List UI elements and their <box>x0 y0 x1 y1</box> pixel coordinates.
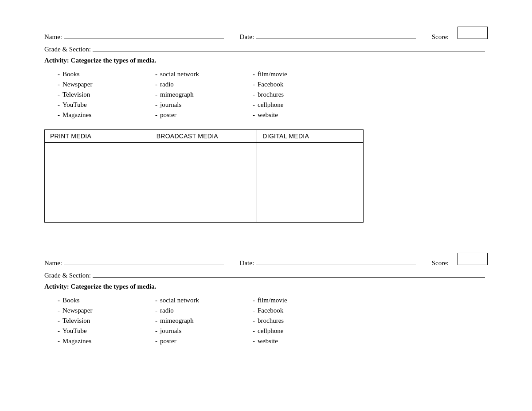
list-item: - Television <box>58 91 155 98</box>
page: Name: Date: Score: Grade & Section: Acti… <box>0 0 532 411</box>
category-table-1: PRINT MEDIA BROADCAST MEDIA DIGITAL MEDI… <box>44 129 364 223</box>
name-label-1: Name: <box>44 33 62 41</box>
date-field-2[interactable] <box>256 257 416 265</box>
list-item: - radio <box>155 81 253 88</box>
worksheet-section-1: Name: Date: Score: Grade & Section: Acti… <box>44 27 488 223</box>
list-item: - Newspaper <box>58 81 155 88</box>
header-row-2: Name: Date: Score: <box>44 253 488 267</box>
list-item: - website <box>253 111 350 119</box>
col-header-digital: DIGITAL MEDIA <box>257 130 364 143</box>
name-field-2[interactable] <box>64 257 224 265</box>
list-item: - Books <box>58 297 155 304</box>
col3-2: - film/movie - Facebook - brochures - ce… <box>253 297 350 348</box>
name-field-1[interactable] <box>64 31 224 39</box>
list-item: - mimeograph <box>155 91 253 98</box>
list-item: - website <box>253 337 350 345</box>
list-item: - Magazines <box>58 337 155 345</box>
grade-label-1: Grade & Section: <box>44 46 91 53</box>
date-label-1: Date: <box>240 33 254 41</box>
items-grid-1: - Books - Newspaper - Television - YouTu… <box>58 70 488 121</box>
score-label-2: Score: <box>432 259 449 267</box>
list-item: - Facebook <box>253 307 350 314</box>
list-item: - film/movie <box>253 297 350 304</box>
score-label-1: Score: <box>432 33 449 41</box>
list-item: - poster <box>155 111 253 119</box>
score-box-1[interactable] <box>458 27 488 39</box>
list-item: - radio <box>155 307 253 314</box>
header-row-1: Name: Date: Score: <box>44 27 488 41</box>
grade-row-2: Grade & Section: <box>44 270 488 279</box>
date-field-1[interactable] <box>256 31 416 39</box>
page-spacer <box>44 237 488 253</box>
list-item: - brochures <box>253 91 350 98</box>
grade-label-2: Grade & Section: <box>44 272 91 279</box>
list-item: - Books <box>58 70 155 78</box>
col1-2: - Books - Newspaper - Television - YouTu… <box>58 297 155 348</box>
print-cell-1[interactable] <box>45 143 151 223</box>
col-header-broadcast: BROADCAST MEDIA <box>151 130 257 143</box>
list-item: - YouTube <box>58 327 155 335</box>
col-header-print: PRINT MEDIA <box>45 130 151 143</box>
col1-1: - Books - Newspaper - Television - YouTu… <box>58 70 155 121</box>
col2-1: - social network - radio - mimeograph - … <box>155 70 253 121</box>
list-item: - cellphone <box>253 327 350 335</box>
list-item: - Newspaper <box>58 307 155 314</box>
list-item: - journals <box>155 101 253 109</box>
list-item: - Magazines <box>58 111 155 119</box>
date-label-2: Date: <box>240 259 254 267</box>
items-grid-2: - Books - Newspaper - Television - YouTu… <box>58 297 488 348</box>
grade-row-1: Grade & Section: <box>44 43 488 53</box>
activity-title-2: Activity: Categorize the types of media. <box>44 283 488 290</box>
worksheet-section-2: Name: Date: Score: Grade & Section: Acti… <box>44 253 488 356</box>
list-item: - poster <box>155 337 253 345</box>
grade-field-1[interactable] <box>93 43 485 51</box>
col2-2: - social network - radio - mimeograph - … <box>155 297 253 348</box>
activity-title-1: Activity: Categorize the types of media. <box>44 57 488 64</box>
list-item: - film/movie <box>253 70 350 78</box>
name-label-2: Name: <box>44 259 62 267</box>
list-item: - social network <box>155 297 253 304</box>
list-item: - Television <box>58 317 155 325</box>
broadcast-cell-1[interactable] <box>151 143 257 223</box>
list-item: - brochures <box>253 317 350 325</box>
col3-1: - film/movie - Facebook - brochures - ce… <box>253 70 350 121</box>
score-box-2[interactable] <box>458 253 488 265</box>
digital-cell-1[interactable] <box>257 143 364 223</box>
list-item: - mimeograph <box>155 317 253 325</box>
list-item: - journals <box>155 327 253 335</box>
list-item: - cellphone <box>253 101 350 109</box>
list-item: - social network <box>155 70 253 78</box>
list-item: - Facebook <box>253 81 350 88</box>
grade-field-2[interactable] <box>93 270 485 278</box>
list-item: - YouTube <box>58 101 155 109</box>
